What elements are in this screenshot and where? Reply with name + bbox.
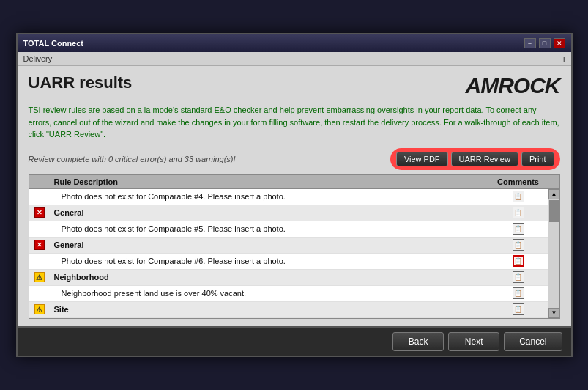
row-comment: 📋 xyxy=(489,191,548,202)
comment-icon[interactable]: 📋 xyxy=(513,191,524,202)
row-comment: 📋 xyxy=(489,271,548,283)
col-scroll-header xyxy=(548,175,559,188)
delivery-label: Delivery xyxy=(23,54,53,63)
window-title: TOTAL Connect xyxy=(23,39,84,48)
table-row: ✕ General 📋 xyxy=(29,205,548,221)
row-text: Photo does not exist for Comparable #5. … xyxy=(57,223,489,235)
next-button[interactable]: Next xyxy=(448,332,499,351)
row-comment: 📋 xyxy=(489,223,548,235)
row-comment: 📋 xyxy=(489,287,548,299)
cancel-button[interactable]: Cancel xyxy=(504,332,562,351)
comment-icon[interactable]: 📋 xyxy=(513,303,524,315)
main-content: UARR results AMROCK TSI review rules are… xyxy=(18,66,571,326)
description-text: TSI review rules are based on a la mode'… xyxy=(29,104,560,141)
title-bar: TOTAL Connect − □ ✕ xyxy=(18,34,571,52)
uarr-review-button[interactable]: UARR Review xyxy=(451,152,518,166)
table-body: Photo does not exist for Comparable #4. … xyxy=(29,189,548,318)
table-row: Photo does not exist for Comparable #6. … xyxy=(29,254,548,270)
warning-icon: ⚠ xyxy=(34,304,45,314)
row-comment: 📋 xyxy=(489,303,548,315)
table-header: Rule Description Comments xyxy=(29,175,559,189)
toolbar-row: Review complete with 0 critical error(s)… xyxy=(29,148,560,170)
comment-icon[interactable]: 📋 xyxy=(513,239,524,251)
comment-icon[interactable]: 📋 xyxy=(513,223,524,235)
minimize-button[interactable]: − xyxy=(524,38,536,48)
table-row: ✕ General 📋 xyxy=(29,238,548,254)
comment-icon-highlighted[interactable]: 📋 xyxy=(513,255,524,267)
row-text: Site xyxy=(50,303,489,315)
back-button[interactable]: Back xyxy=(392,332,444,351)
row-text: General xyxy=(50,239,489,251)
results-table: Rule Description Comments Photo does not… xyxy=(29,174,560,319)
delivery-bar: Delivery i xyxy=(18,52,571,66)
warning-icon: ⚠ xyxy=(34,272,45,282)
error-icon: ✕ xyxy=(34,207,45,218)
comment-icon[interactable]: 📋 xyxy=(513,207,524,218)
table-row: Neighborhood present land use is over 40… xyxy=(29,286,548,302)
toolbar-buttons: View PDF UARR Review Print xyxy=(390,148,560,170)
row-icon: ✕ xyxy=(29,238,50,251)
table-body-container: Photo does not exist for Comparable #4. … xyxy=(29,189,559,318)
row-text: Neighborhood xyxy=(50,271,489,283)
amrock-logo: AMROCK xyxy=(466,73,560,98)
scroll-down-arrow[interactable]: ▼ xyxy=(548,308,559,318)
row-comment: 📋 xyxy=(489,207,548,218)
row-text: Photo does not exist for Comparable #4. … xyxy=(57,191,489,202)
review-status: Review complete with 0 critical error(s)… xyxy=(29,155,236,163)
comment-icon[interactable]: 📋 xyxy=(513,287,524,299)
row-text: Photo does not exist for Comparable #6. … xyxy=(57,255,489,267)
row-icon xyxy=(37,227,57,230)
col-rule-header: Rule Description xyxy=(50,175,489,188)
table-row: ⚠ Neighborhood 📋 xyxy=(29,270,548,286)
scroll-up-arrow[interactable]: ▲ xyxy=(548,189,559,199)
page-title: UARR results xyxy=(29,73,133,92)
row-icon: ⚠ xyxy=(29,303,50,316)
row-text: Neighborhood present land use is over 40… xyxy=(57,287,489,299)
window-controls: − □ ✕ xyxy=(524,38,565,48)
maximize-button[interactable]: □ xyxy=(539,38,551,48)
table-row: ⚠ Site 📋 xyxy=(29,302,548,318)
col-comments-header: Comments xyxy=(489,175,548,188)
row-icon xyxy=(37,292,57,295)
bottom-bar: Back Next Cancel xyxy=(18,326,571,356)
print-button[interactable]: Print xyxy=(521,152,554,166)
error-icon: ✕ xyxy=(34,240,45,250)
row-comment: 📋 xyxy=(489,255,548,267)
row-comment: 📋 xyxy=(489,239,548,251)
row-icon: ✕ xyxy=(29,206,50,219)
row-icon xyxy=(37,195,57,198)
scrollbar-thumb[interactable] xyxy=(549,200,559,222)
main-window: TOTAL Connect − □ ✕ Delivery i UARR resu… xyxy=(16,33,573,357)
info-icon: i xyxy=(563,54,565,63)
row-icon: ⚠ xyxy=(29,271,50,284)
close-button[interactable]: ✕ xyxy=(554,38,565,48)
table-row: Photo does not exist for Comparable #5. … xyxy=(29,221,548,238)
comment-icon[interactable]: 📋 xyxy=(513,271,524,283)
scrollbar[interactable]: ▲ ▼ xyxy=(548,189,559,318)
view-pdf-button[interactable]: View PDF xyxy=(396,152,448,166)
table-row: Photo does not exist for Comparable #4. … xyxy=(29,189,548,205)
header-row: UARR results AMROCK xyxy=(29,73,560,98)
row-icon xyxy=(37,260,57,262)
row-text: General xyxy=(50,207,489,218)
col-icon-header xyxy=(29,175,50,188)
